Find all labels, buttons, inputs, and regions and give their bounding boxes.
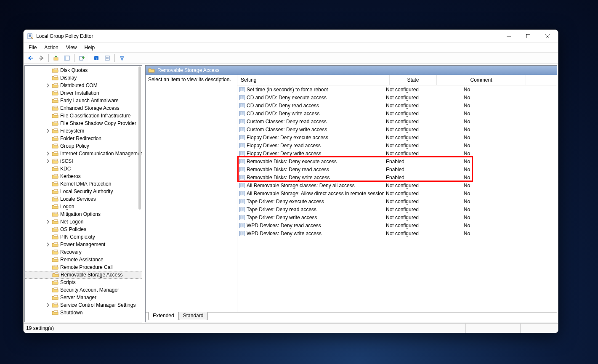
chevron-right-icon[interactable]: [46, 129, 52, 133]
chevron-right-icon[interactable]: [46, 242, 52, 247]
tree-item[interactable]: Recovery: [25, 248, 142, 256]
export-button[interactable]: [77, 53, 87, 63]
tree-item[interactable]: Early Launch Antimalware: [25, 97, 142, 104]
setting-row[interactable]: WPD Devices: Deny read accessNot configu…: [237, 221, 557, 229]
tree-item[interactable]: Shutdown: [25, 309, 142, 316]
toolbar-separator: [48, 54, 49, 62]
tree-scrollbar[interactable]: [138, 66, 141, 210]
menu-action[interactable]: Action: [41, 44, 61, 51]
properties-button[interactable]: [102, 53, 112, 63]
tree-item[interactable]: Scripts: [25, 279, 142, 286]
policy-icon: [239, 143, 245, 149]
maximize-button[interactable]: [518, 30, 538, 43]
tree-item[interactable]: PIN Complexity: [25, 233, 142, 241]
tree-item[interactable]: Local Security Authority: [25, 188, 142, 195]
menu-help[interactable]: Help: [81, 44, 98, 51]
setting-name: Removable Disks: Deny read access: [247, 167, 329, 173]
tree-item[interactable]: Display: [25, 74, 142, 82]
setting-row[interactable]: Removable Disks: Deny execute accessEnab…: [237, 157, 557, 165]
setting-row[interactable]: Removable Disks: Deny write accessEnable…: [237, 173, 557, 181]
setting-row[interactable]: All Removable Storage classes: Deny all …: [237, 181, 557, 189]
tree-item[interactable]: File Share Shadow Copy Provider: [25, 120, 142, 127]
setting-row[interactable]: CD and DVD: Deny execute accessNot confi…: [237, 93, 557, 101]
setting-row[interactable]: Tape Drives: Deny execute accessNot conf…: [237, 197, 557, 205]
tree-item[interactable]: Power Management: [25, 241, 142, 248]
tree-scroll[interactable]: Disk QuotasDisplayDistributed COMDriver …: [25, 66, 142, 322]
tree-item[interactable]: Kerberos: [25, 173, 142, 180]
folder-icon: [52, 279, 58, 285]
folder-icon: [52, 242, 58, 247]
tree-item[interactable]: Removable Storage Access: [25, 271, 142, 279]
tree-item[interactable]: Internet Communication Management: [25, 150, 142, 157]
tree-item-label: Local Security Authority: [60, 189, 113, 194]
svg-rect-12: [64, 56, 66, 60]
menu-view[interactable]: View: [63, 44, 80, 51]
col-header-state[interactable]: State: [390, 75, 437, 85]
setting-state: Not configured: [384, 199, 426, 205]
tree-item[interactable]: Group Policy: [25, 142, 142, 150]
tree-item[interactable]: Enhanced Storage Access: [25, 104, 142, 112]
tree-item-label: Early Launch Antimalware: [60, 98, 119, 104]
tree-item[interactable]: File Classification Infrastructure: [25, 112, 142, 120]
setting-row[interactable]: Removable Disks: Deny read accessEnabled…: [237, 165, 557, 173]
setting-name: Set time (in seconds) to force reboot: [247, 87, 328, 93]
setting-row[interactable]: WPD Devices: Deny write accessNot config…: [237, 229, 557, 237]
tree-item[interactable]: Folder Redirection: [25, 135, 142, 142]
setting-row[interactable]: Set time (in seconds) to force rebootNot…: [237, 85, 557, 93]
forward-button[interactable]: [36, 53, 46, 63]
setting-row[interactable]: Tape Drives: Deny read accessNot configu…: [237, 205, 557, 213]
col-header-setting[interactable]: Setting: [237, 75, 390, 85]
policy-icon: [239, 127, 245, 133]
chevron-right-icon[interactable]: [46, 303, 52, 307]
show-hide-tree-button[interactable]: [62, 53, 72, 63]
tree-item[interactable]: Filesystem: [25, 127, 142, 135]
tree-item[interactable]: Server Manager: [25, 294, 142, 301]
menu-file[interactable]: File: [25, 44, 40, 51]
tree-item[interactable]: Driver Installation: [25, 89, 142, 97]
setting-row[interactable]: Tape Drives: Deny write accessNot config…: [237, 213, 557, 221]
tree-item[interactable]: Locale Services: [25, 195, 142, 203]
statusbar: 19 setting(s): [24, 323, 558, 333]
setting-row[interactable]: All Removable Storage: Allow direct acce…: [237, 189, 557, 197]
tree-item[interactable]: Remote Assistance: [25, 256, 142, 263]
tree-item[interactable]: Remote Procedure Call: [25, 263, 142, 271]
policy-icon: [239, 175, 245, 181]
setting-row[interactable]: CD and DVD: Deny write accessNot configu…: [237, 109, 557, 117]
svg-rect-55: [242, 128, 244, 131]
setting-row[interactable]: Floppy Drives: Deny write accessNot conf…: [237, 149, 557, 157]
policy-icon: [239, 191, 245, 197]
tree-item[interactable]: Net Logon: [25, 218, 142, 226]
splitter[interactable]: [143, 65, 145, 322]
help-button[interactable]: ?: [91, 53, 101, 63]
tree-item[interactable]: Kernel DMA Protection: [25, 180, 142, 188]
chevron-right-icon[interactable]: [46, 159, 52, 163]
filter-button[interactable]: [117, 53, 127, 63]
tree-item[interactable]: Distributed COM: [25, 82, 142, 89]
tree-item[interactable]: Disk Quotas: [25, 66, 142, 74]
close-button[interactable]: [538, 30, 557, 43]
tree-item[interactable]: Security Account Manager: [25, 286, 142, 294]
up-button[interactable]: [51, 53, 61, 63]
tree-item[interactable]: KDC: [25, 165, 142, 173]
tree-item[interactable]: Service Control Manager Settings: [25, 301, 142, 309]
setting-row[interactable]: CD and DVD: Deny read accessNot configur…: [237, 101, 557, 109]
chevron-right-icon[interactable]: [46, 151, 52, 156]
setting-row[interactable]: Floppy Drives: Deny read accessNot confi…: [237, 141, 557, 149]
col-header-comment[interactable]: Comment: [437, 75, 526, 85]
folder-icon: [52, 219, 58, 225]
setting-row[interactable]: Custom Classes: Deny read accessNot conf…: [237, 117, 557, 125]
setting-comment: No: [426, 111, 508, 117]
minimize-button[interactable]: [499, 30, 518, 43]
tree-item[interactable]: iSCSI: [25, 157, 142, 165]
setting-row[interactable]: Floppy Drives: Deny execute accessNot co…: [237, 133, 557, 141]
tab-extended[interactable]: Extended: [148, 312, 179, 320]
tree-item[interactable]: Mitigation Options: [25, 210, 142, 218]
back-button[interactable]: [25, 53, 35, 63]
setting-row[interactable]: Custom Classes: Deny write accessNot con…: [237, 125, 557, 133]
tree-item[interactable]: OS Policies: [25, 226, 142, 233]
chevron-right-icon[interactable]: [46, 220, 52, 224]
tree-item[interactable]: Logon: [25, 203, 142, 210]
chevron-right-icon[interactable]: [46, 83, 52, 88]
folder-icon: [52, 196, 58, 202]
tab-standard[interactable]: Standard: [178, 312, 208, 320]
